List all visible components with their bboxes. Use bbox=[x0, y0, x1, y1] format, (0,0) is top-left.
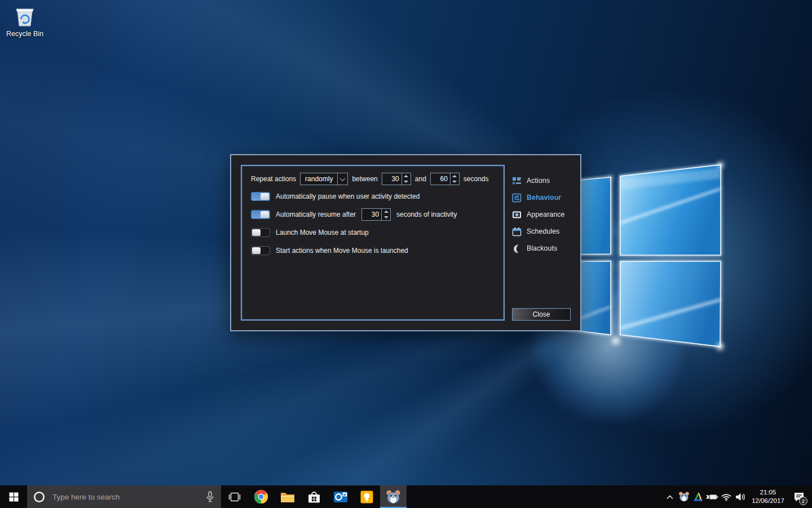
resume-toggle-row: Automatically resume after 30 seconds of… bbox=[251, 209, 499, 220]
taskbar-app-move-mouse[interactable] bbox=[380, 485, 407, 508]
chevron-up-icon bbox=[666, 494, 674, 500]
recycle-bin[interactable]: Recycle Bin bbox=[3, 5, 46, 38]
taskbar-app-task-view[interactable] bbox=[221, 485, 248, 508]
startup-toggle[interactable] bbox=[251, 228, 270, 237]
microphone-icon[interactable] bbox=[206, 491, 214, 503]
taskbar-clock[interactable]: 21:05 12/06/2017 bbox=[747, 488, 789, 505]
tray-volume[interactable] bbox=[733, 485, 747, 508]
resume-toggle[interactable] bbox=[251, 210, 270, 219]
max-seconds-value: 60 bbox=[431, 173, 450, 185]
spinner-up-icon[interactable] bbox=[451, 173, 459, 179]
start-actions-toggle[interactable] bbox=[251, 246, 270, 255]
start-actions-toggle-row: Start actions when Move Mouse is launche… bbox=[251, 246, 499, 256]
cortana-ring-icon bbox=[33, 491, 46, 503]
resume-toggle-label-after: seconds of inactivity bbox=[396, 211, 457, 218]
microsoft-store-icon bbox=[307, 490, 321, 504]
schedules-calendar-icon bbox=[512, 227, 522, 237]
taskbar-search[interactable] bbox=[27, 485, 221, 508]
wifi-icon bbox=[721, 492, 732, 501]
spinner-down-icon[interactable] bbox=[451, 179, 459, 185]
and-label: and bbox=[415, 175, 426, 183]
clock-date: 12/06/2017 bbox=[747, 497, 789, 505]
settings-nav: Actions Behaviour Appearance bbox=[512, 165, 571, 321]
tray-move-mouse[interactable] bbox=[677, 485, 691, 508]
resume-seconds-value: 30 bbox=[362, 209, 381, 220]
nav-item-schedules[interactable]: Schedules bbox=[512, 223, 571, 240]
desktop: Recycle Bin Repeat actions randomly betw… bbox=[0, 0, 812, 508]
pause-toggle-row: Automatically pause when user activity d… bbox=[251, 191, 499, 202]
startup-toggle-label: Launch Move Mouse at startup bbox=[276, 229, 369, 237]
move-mouse-icon bbox=[386, 489, 401, 505]
hidden-icons-chevron[interactable] bbox=[663, 485, 677, 508]
taskbar-app-microsoft-store[interactable] bbox=[301, 485, 327, 508]
file-explorer-icon bbox=[280, 491, 295, 503]
clock-time: 21:05 bbox=[747, 488, 789, 497]
google-drive-icon bbox=[693, 492, 703, 502]
notification-badge: 2 bbox=[799, 497, 807, 505]
nav-item-appearance[interactable]: Appearance bbox=[512, 206, 571, 223]
action-center-button[interactable]: 2 bbox=[789, 485, 809, 508]
tray-battery[interactable] bbox=[705, 485, 719, 508]
recycle-bin-icon bbox=[13, 5, 37, 29]
blackouts-moon-icon bbox=[512, 244, 522, 253]
move-mouse-tray-icon bbox=[678, 491, 690, 502]
min-seconds-spinner[interactable]: 30 bbox=[382, 173, 411, 185]
taskbar-app-chrome[interactable] bbox=[248, 485, 274, 508]
actions-list-icon bbox=[512, 176, 522, 186]
chrome-icon bbox=[254, 489, 268, 504]
taskbar: 21:05 12/06/2017 2 bbox=[0, 485, 812, 508]
between-label: between bbox=[352, 175, 377, 183]
volume-icon bbox=[735, 492, 746, 502]
chevron-down-icon[interactable] bbox=[337, 173, 347, 185]
spinner-up-icon[interactable] bbox=[402, 173, 411, 179]
repeat-mode-value: randomly bbox=[301, 173, 337, 185]
seconds-label: seconds bbox=[464, 175, 489, 183]
taskbar-app-google-keep[interactable] bbox=[354, 485, 380, 508]
nav-label: Schedules bbox=[527, 227, 559, 235]
tray-wifi[interactable] bbox=[719, 485, 733, 508]
system-tray: 21:05 12/06/2017 2 bbox=[663, 485, 812, 508]
google-keep-icon bbox=[360, 490, 374, 504]
repeat-actions-row: Repeat actions randomly between 30 and 6… bbox=[251, 173, 499, 185]
spinner-up-icon[interactable] bbox=[382, 209, 390, 214]
resume-seconds-spinner[interactable]: 30 bbox=[361, 208, 391, 221]
nav-item-blackouts[interactable]: Blackouts bbox=[512, 240, 571, 257]
start-actions-toggle-label: Start actions when Move Mouse is launche… bbox=[276, 247, 408, 255]
close-button[interactable]: Close bbox=[512, 308, 571, 321]
windows-logo-icon bbox=[9, 492, 19, 502]
spinner-down-icon[interactable] bbox=[402, 179, 411, 185]
behaviour-sliders-icon bbox=[512, 193, 522, 203]
startup-toggle-row: Launch Move Mouse at startup bbox=[251, 227, 499, 238]
search-input[interactable] bbox=[51, 492, 200, 502]
taskbar-app-file-explorer[interactable] bbox=[274, 485, 301, 508]
outlook-icon bbox=[333, 490, 348, 503]
nav-label: Appearance bbox=[527, 211, 564, 218]
task-view-icon bbox=[228, 492, 241, 502]
nav-label: Actions bbox=[527, 177, 550, 185]
nav-item-actions[interactable]: Actions bbox=[512, 172, 571, 189]
min-seconds-value: 30 bbox=[382, 173, 401, 185]
nav-label: Behaviour bbox=[527, 194, 561, 202]
repeat-actions-label: Repeat actions bbox=[251, 175, 296, 183]
tray-google-drive[interactable] bbox=[691, 485, 705, 508]
nav-label: Blackouts bbox=[527, 244, 557, 252]
pause-toggle-label: Automatically pause when user activity d… bbox=[276, 192, 420, 200]
spinner-down-icon[interactable] bbox=[382, 214, 390, 220]
resume-toggle-label-before: Automatically resume after bbox=[276, 211, 356, 218]
taskbar-app-outlook[interactable] bbox=[327, 485, 354, 508]
nav-item-behaviour[interactable]: Behaviour bbox=[512, 189, 571, 206]
appearance-photo-icon bbox=[512, 210, 522, 220]
repeat-mode-dropdown[interactable]: randomly bbox=[300, 173, 348, 185]
move-mouse-settings-window: Repeat actions randomly between 30 and 6… bbox=[230, 154, 581, 331]
battery-charging-icon bbox=[705, 493, 718, 501]
behaviour-panel: Repeat actions randomly between 30 and 6… bbox=[241, 165, 505, 321]
max-seconds-spinner[interactable]: 60 bbox=[430, 173, 460, 185]
pause-toggle[interactable] bbox=[251, 192, 270, 201]
start-button[interactable] bbox=[0, 485, 27, 508]
recycle-bin-label: Recycle Bin bbox=[3, 30, 46, 38]
